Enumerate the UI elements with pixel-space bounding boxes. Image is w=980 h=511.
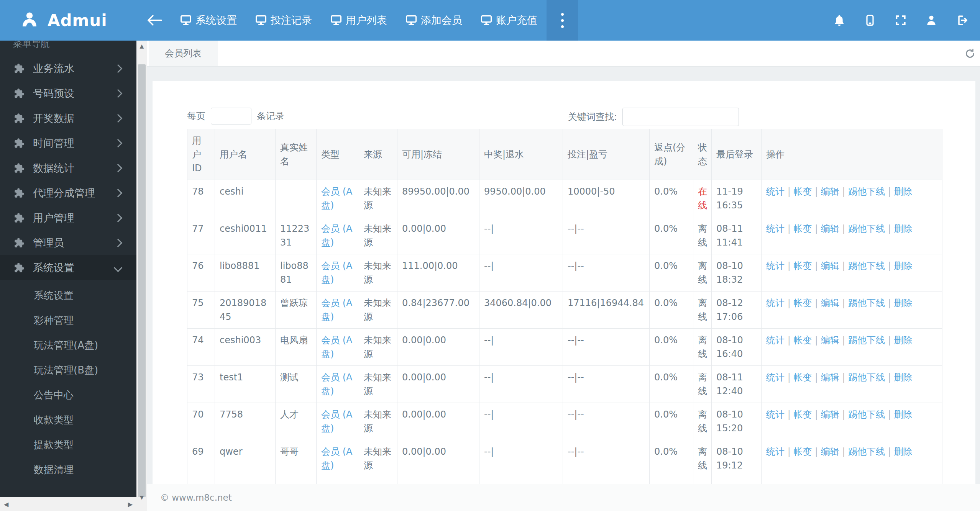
member-type-link[interactable]: 会员 (A盘) — [321, 335, 352, 359]
action-link-帐变[interactable]: 帐变 — [793, 223, 812, 234]
action-link-踢他下线[interactable]: 踢他下线 — [848, 260, 885, 271]
action-link-踢他下线[interactable]: 踢他下线 — [848, 298, 885, 308]
member-type-link[interactable]: 会员 (A盘) — [321, 372, 352, 396]
sidebar-subitem-提款类型[interactable]: 提款类型 — [0, 432, 136, 457]
tab-member-list[interactable]: 会员列表 — [149, 41, 218, 66]
action-link-统计[interactable]: 统计 — [766, 409, 785, 420]
back-arrow-icon[interactable] — [136, 0, 171, 41]
sidebar-item-用户管理[interactable]: 用户管理 — [0, 205, 136, 230]
action-link-编辑[interactable]: 编辑 — [821, 409, 839, 420]
sidebar-item-开奖数据[interactable]: 开奖数据 — [0, 106, 136, 131]
action-link-帐变[interactable]: 帐变 — [793, 260, 812, 271]
scroll-right-arrow-icon[interactable]: ▶ — [128, 501, 133, 508]
sidebar-subitem-公告中心[interactable]: 公告中心 — [0, 383, 136, 408]
chevron-right-icon — [114, 188, 123, 197]
member-type-link[interactable]: 会员 (A盘) — [321, 186, 352, 211]
sidebar-subitem-彩种管理[interactable]: 彩种管理 — [0, 308, 136, 333]
action-link-删除[interactable]: 删除 — [894, 260, 912, 271]
action-link-删除[interactable]: 删除 — [894, 186, 912, 197]
scroll-up-arrow-icon[interactable]: ▲ — [136, 43, 147, 49]
action-link-帐变[interactable]: 帐变 — [793, 298, 812, 308]
top-navbar: Admui 系统设置投注记录用户列表添加会员账户充值 — [0, 0, 980, 41]
action-link-帐变[interactable]: 帐变 — [793, 446, 812, 457]
action-link-统计[interactable]: 统计 — [766, 372, 785, 383]
logout-icon[interactable] — [955, 14, 969, 27]
action-link-删除[interactable]: 删除 — [894, 409, 912, 420]
sidebar-item-时间管理[interactable]: 时间管理 — [0, 131, 136, 156]
action-link-编辑[interactable]: 编辑 — [821, 372, 839, 383]
action-link-踢他下线[interactable]: 踢他下线 — [848, 409, 885, 420]
table-row: 752018901845曾跃琼会员 (A盘)未知来源0.84|23677.003… — [187, 292, 942, 329]
table-controls: 每页 条记录 关键词查找: — [187, 108, 942, 127]
status-badge: 离线 — [698, 335, 707, 359]
action-link-编辑[interactable]: 编辑 — [821, 298, 839, 308]
navbar-menu: 系统设置投注记录用户列表添加会员账户充值 — [171, 0, 547, 41]
nav-item-2[interactable]: 投注记录 — [246, 0, 321, 41]
action-link-帐变[interactable]: 帐变 — [793, 372, 812, 383]
scroll-down-arrow-icon[interactable]: ▼ — [136, 494, 147, 500]
action-link-统计[interactable]: 统计 — [766, 446, 785, 457]
mobile-icon[interactable] — [863, 14, 877, 27]
search-input[interactable] — [622, 108, 739, 126]
sidebar-item-代理分成管理[interactable]: 代理分成管理 — [0, 180, 136, 205]
nav-item-4[interactable]: 添加会员 — [396, 0, 471, 41]
actions-cell: 统计 | 帐变 | 编辑 | 踢他下线 | 删除 — [762, 254, 942, 292]
member-type-link[interactable]: 会员 (A盘) — [321, 446, 352, 471]
action-link-统计[interactable]: 统计 — [766, 298, 785, 308]
table-row: 76libo8881libo8881会员 (A盘)未知来源111.00|0.00… — [187, 254, 942, 292]
action-link-踢他下线[interactable]: 踢他下线 — [848, 446, 885, 457]
nav-item-3[interactable]: 用户列表 — [321, 0, 396, 41]
sidebar-subitem-收款类型[interactable]: 收款类型 — [0, 408, 136, 432]
action-link-统计[interactable]: 统计 — [766, 223, 785, 234]
puzzle-icon — [14, 163, 25, 174]
scrollbar-thumb[interactable] — [138, 64, 146, 497]
action-link-删除[interactable]: 删除 — [894, 223, 912, 234]
action-link-删除[interactable]: 删除 — [894, 446, 912, 457]
sidebar-subitem-系统设置[interactable]: 系统设置 — [0, 283, 136, 308]
sidebar-vertical-scrollbar[interactable]: ▲ ▼ — [136, 41, 147, 511]
action-link-踢他下线[interactable]: 踢他下线 — [848, 223, 885, 234]
user-icon[interactable] — [925, 14, 938, 27]
member-type-link[interactable]: 会员 (A盘) — [321, 409, 352, 434]
action-link-编辑[interactable]: 编辑 — [821, 260, 839, 271]
action-link-编辑[interactable]: 编辑 — [821, 223, 839, 234]
nav-item-5[interactable]: 账户充值 — [471, 0, 547, 41]
action-link-踢他下线[interactable]: 踢他下线 — [848, 186, 885, 197]
bell-icon[interactable] — [833, 14, 846, 27]
sidebar-item-号码预设[interactable]: 号码预设 — [0, 81, 136, 106]
member-type-link[interactable]: 会员 (A盘) — [321, 298, 352, 322]
sidebar-item-管理员[interactable]: 管理员 — [0, 230, 136, 255]
brand[interactable]: Admui — [0, 0, 136, 41]
sidebar-item-系统设置[interactable]: 系统设置 — [0, 255, 136, 280]
action-link-编辑[interactable]: 编辑 — [821, 446, 839, 457]
action-link-踢他下线[interactable]: 踢他下线 — [848, 335, 885, 346]
sidebar-subitem-玩法管理(A盘)[interactable]: 玩法管理(A盘) — [0, 333, 136, 358]
action-link-帐变[interactable]: 帐变 — [793, 335, 812, 346]
sidebar-subitem-玩法管理(B盘)[interactable]: 玩法管理(B盘) — [0, 358, 136, 383]
action-link-帐变[interactable]: 帐变 — [793, 409, 812, 420]
nav-item-1[interactable]: 系统设置 — [171, 0, 246, 41]
per-page-input[interactable] — [211, 108, 251, 124]
action-link-统计[interactable]: 统计 — [766, 260, 785, 271]
action-link-统计[interactable]: 统计 — [766, 335, 785, 346]
fullscreen-icon[interactable] — [894, 14, 907, 27]
action-link-帐变[interactable]: 帐变 — [793, 186, 812, 197]
action-link-统计[interactable]: 统计 — [766, 186, 785, 197]
scroll-left-arrow-icon[interactable]: ◀ — [4, 501, 8, 508]
sidebar-item-数据统计[interactable]: 数据统计 — [0, 156, 136, 180]
monitor-icon — [255, 15, 267, 26]
sidebar-item-业务流水[interactable]: 业务流水 — [0, 56, 136, 81]
more-menu-button[interactable] — [547, 0, 578, 41]
action-link-踢他下线[interactable]: 踢他下线 — [848, 372, 885, 383]
action-link-编辑[interactable]: 编辑 — [821, 335, 839, 346]
action-link-编辑[interactable]: 编辑 — [821, 186, 839, 197]
member-type-link[interactable]: 会员 (A盘) — [321, 223, 352, 248]
sidebar-horizontal-scrollbar[interactable]: ◀ ▶ — [0, 497, 136, 511]
table-row: 78ceshi会员 (A盘)未知来源89950.00|0.009950.00|0… — [187, 180, 942, 217]
sidebar-subitem-数据清理[interactable]: 数据清理 — [0, 457, 136, 482]
action-link-删除[interactable]: 删除 — [894, 298, 912, 308]
action-link-删除[interactable]: 删除 — [894, 335, 912, 346]
refresh-icon[interactable] — [965, 48, 975, 59]
action-link-删除[interactable]: 删除 — [894, 372, 912, 383]
member-type-link[interactable]: 会员 (A盘) — [321, 260, 352, 285]
